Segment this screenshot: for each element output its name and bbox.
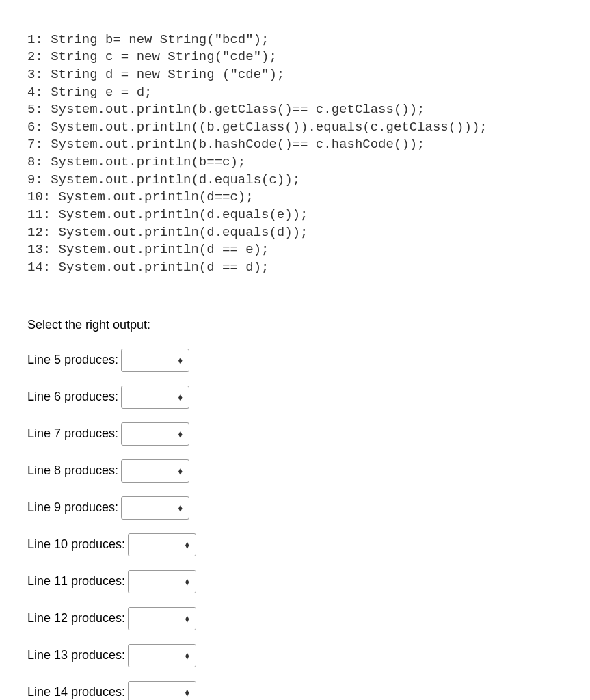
line-5-select[interactable] [121,349,189,372]
line-12-select[interactable] [128,607,196,630]
question-label: Line 9 produces: [27,500,118,515]
code-line: 6: System.out.println((b.getClass()).equ… [27,120,487,135]
code-line: 8: System.out.println(b==c); [27,154,245,170]
question-row: Line 8 produces: ▴▾ [27,459,563,483]
question-label: Line 14 produces: [27,685,125,699]
line-8-select[interactable] [121,459,189,483]
code-line: 14: System.out.println(d == d); [27,260,269,275]
question-label: Line 11 produces: [27,574,125,589]
code-line: 9: System.out.println(d.equals(c)); [27,172,300,187]
question-row: Line 11 produces: ▴▾ [27,570,563,593]
question-label: Line 10 produces: [27,537,125,552]
line-10-select[interactable] [128,533,196,556]
question-row: Line 13 produces: ▴▾ [27,644,563,667]
question-label: Line 12 produces: [27,611,125,625]
code-line: 11: System.out.println(d.equals(e)); [27,207,308,222]
question-row: Line 9 produces: ▴▾ [27,496,563,520]
code-line: 1: String b= new String("bcd"); [27,32,269,47]
question-row: Line 10 produces: ▴▾ [27,533,563,556]
question-label: Line 8 produces: [27,463,118,478]
code-line: 3: String d = new String ("cde"); [27,67,284,82]
code-line: 13: System.out.println(d == e); [27,242,269,257]
code-line: 10: System.out.println(d==c); [27,189,254,204]
code-line: 12: System.out.println(d.equals(d)); [27,225,308,240]
code-block: 1: String b= new String("bcd"); 2: Strin… [27,14,563,277]
question-label: Line 6 produces: [27,390,118,404]
code-line: 5: System.out.println(b.getClass()== c.g… [27,102,425,117]
question-row: Line 6 produces: ▴▾ [27,386,563,409]
line-6-select[interactable] [121,386,189,409]
question-row: Line 5 produces: ▴▾ [27,349,563,372]
line-7-select[interactable] [121,422,189,446]
question-row: Line 7 produces: ▴▾ [27,422,563,446]
code-line: 7: System.out.println(b.hashCode()== c.h… [27,137,425,152]
question-label: Line 5 produces: [27,353,118,367]
prompt-text: Select the right output: [27,318,563,332]
question-label: Line 7 produces: [27,427,118,441]
question-label: Line 13 produces: [27,648,125,662]
line-9-select[interactable] [121,496,189,520]
code-line: 4: String e = d; [27,85,152,100]
code-line: 2: String c = new String("cde"); [27,49,277,64]
line-14-select[interactable] [128,681,196,700]
line-13-select[interactable] [128,644,196,667]
question-row: Line 14 produces: ▴▾ [27,681,563,700]
line-11-select[interactable] [128,570,196,593]
question-row: Line 12 produces: ▴▾ [27,607,563,630]
